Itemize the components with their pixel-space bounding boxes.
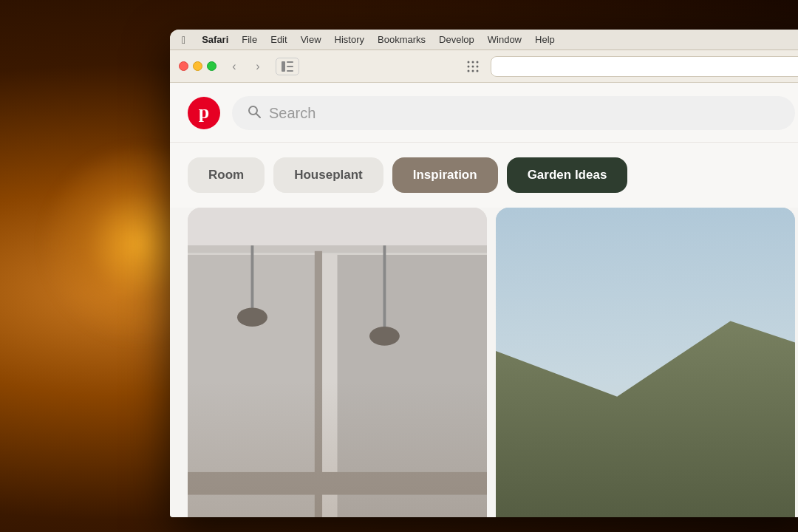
category-inspiration[interactable]: Inspiration	[392, 157, 498, 193]
maximize-button[interactable]	[207, 61, 216, 71]
apple-menu[interactable]: 	[182, 34, 185, 46]
card-landscape[interactable]	[496, 208, 795, 517]
search-icon	[247, 104, 262, 123]
svg-rect-1	[287, 61, 293, 63]
sidebar-button[interactable]	[276, 58, 299, 75]
pinterest-p: p	[199, 103, 209, 122]
menu-edit[interactable]: Edit	[270, 34, 287, 45]
traffic-lights	[179, 61, 216, 71]
back-button[interactable]: ‹	[224, 58, 245, 75]
close-button[interactable]	[179, 61, 188, 71]
menu-bar:  Safari File Edit View History Bookmark…	[170, 30, 798, 50]
pinterest-logo[interactable]: p	[188, 97, 220, 129]
svg-rect-3	[287, 70, 293, 72]
app-name[interactable]: Safari	[202, 34, 228, 45]
menu-window[interactable]: Window	[488, 34, 522, 45]
grid-icon[interactable]	[463, 56, 483, 77]
menu-develop[interactable]: Develop	[439, 34, 474, 45]
svg-rect-0	[282, 61, 285, 72]
svg-rect-21	[315, 251, 322, 517]
category-houseplant[interactable]: Houseplant	[273, 157, 383, 193]
svg-point-9	[477, 65, 479, 67]
mac-display:  Safari File Edit View History Bookmark…	[170, 30, 798, 517]
menu-help[interactable]: Help	[535, 34, 555, 45]
categories-row: Room Houseplant Inspiration Garden Ideas	[170, 143, 798, 208]
search-placeholder-text: Search	[269, 105, 316, 122]
content-grid	[170, 208, 798, 517]
forward-button[interactable]: ›	[248, 58, 268, 75]
menu-view[interactable]: View	[301, 34, 321, 45]
svg-point-10	[468, 69, 470, 72]
svg-point-26	[237, 307, 267, 327]
svg-point-6	[477, 61, 479, 63]
svg-point-12	[477, 69, 479, 72]
menu-bookmarks[interactable]: Bookmarks	[378, 34, 426, 45]
category-room[interactable]: Room	[188, 157, 265, 193]
svg-point-5	[472, 61, 474, 63]
menu-file[interactable]: File	[242, 34, 257, 45]
card-landscape-image	[496, 208, 795, 517]
browser-toolbar: ‹ ›	[170, 50, 798, 83]
svg-rect-2	[287, 66, 293, 67]
nav-buttons: ‹ ›	[224, 58, 268, 75]
card-interior[interactable]	[188, 208, 487, 517]
menu-history[interactable]: History	[335, 34, 364, 45]
minimize-button[interactable]	[193, 61, 202, 71]
svg-point-8	[472, 65, 474, 67]
category-garden-ideas[interactable]: Garden Ideas	[507, 157, 628, 193]
search-bar[interactable]: Search	[232, 96, 795, 130]
svg-point-4	[468, 61, 470, 63]
svg-rect-19	[338, 255, 488, 517]
svg-point-7	[468, 65, 470, 67]
card-interior-image	[188, 208, 487, 517]
svg-point-11	[472, 69, 474, 72]
browser-content: p Search Room Houseplant Inspiration Gar…	[170, 83, 798, 517]
svg-line-14	[256, 113, 261, 117]
svg-point-28	[369, 327, 400, 346]
pinterest-header: p Search	[170, 83, 798, 143]
svg-rect-29	[188, 472, 487, 495]
svg-rect-17	[188, 245, 487, 253]
url-bar[interactable]	[491, 56, 798, 77]
